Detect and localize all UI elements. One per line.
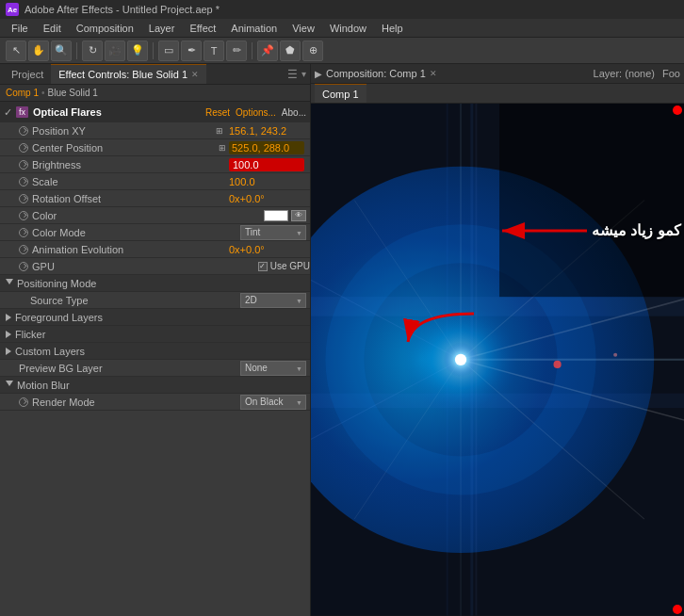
prop-label-color: Color [32,210,264,221]
tool-pen[interactable]: ✒ [181,41,202,61]
prop-animation-evolution: Animation Evolution 0x+0.0° [0,241,310,258]
prop-value-brightness[interactable]: 100.0 [229,158,304,171]
tool-select[interactable]: ↖ [6,41,26,61]
menu-effect[interactable]: Effect [182,19,223,37]
left-panel: Project Effect Controls: Blue Solid 1 ✕ … [0,64,311,616]
toolbar-separator-2 [153,42,154,59]
toolbar: ↖ ✋ 🔍 ↻ 🎥 💡 ▭ ✒ T ✏ 📌 ⬟ ⊕ [0,38,684,64]
breadcrumb: Comp 1 • Blue Solid 1 [0,85,310,102]
prop-label-preview-bg-layer: Preview BG Layer [19,363,240,374]
prop-color-mode: Color Mode Tint [0,224,310,241]
fx-checkbox[interactable]: ✓ [4,106,12,119]
prop-label-render-mode: Render Mode [32,397,240,408]
menu-file[interactable]: File [4,19,36,37]
menu-layer[interactable]: Layer [141,19,183,37]
stopwatch-color-mode[interactable] [19,228,28,237]
fx-options-button[interactable]: Options... [236,107,276,118]
dropdown-preview-bg-layer[interactable]: None [240,361,306,376]
prop-label-gpu: GPU [32,261,258,272]
gpu-checkbox[interactable]: ✓ [258,262,268,271]
menu-edit[interactable]: Edit [36,19,69,37]
fx-badge: fx [16,106,28,118]
prop-value-animation-evolution[interactable]: 0x+0.0° [229,244,304,255]
tool-roto[interactable]: ⊕ [302,41,323,61]
tool-rect[interactable]: ▭ [158,41,179,61]
tool-pin[interactable]: 📌 [257,41,278,61]
prop-value-scale[interactable]: 100.0 [229,176,304,187]
panel-menu-icon[interactable]: ☰ [287,68,298,81]
section-motion-blur[interactable]: Motion Blur [0,377,310,394]
menu-view[interactable]: View [285,19,322,37]
prop-scale: Scale 100.0 [0,173,310,190]
tool-brush[interactable]: ✏ [226,41,247,61]
comp-viewer-close[interactable]: ✕ [430,69,437,78]
section-triangle-foreground-layers[interactable] [6,314,11,321]
stopwatch-position-xy[interactable] [19,126,28,136]
stopwatch-render-mode[interactable] [19,397,28,407]
stopwatch-center-position[interactable] [19,143,28,153]
tool-zoom[interactable]: 🔍 [51,41,72,61]
effect-controls-panel: ✓ fx Optical Flares Reset Options... Abo… [0,102,310,616]
section-flicker[interactable]: Flicker [0,326,310,343]
section-triangle-custom-layers[interactable] [6,348,11,355]
section-triangle-positioning-mode[interactable] [6,279,13,288]
panel-expand-icon[interactable]: ▾ [301,69,306,79]
menu-composition[interactable]: Composition [69,19,141,37]
tool-rotate[interactable]: ↻ [82,41,103,61]
color-swatch[interactable] [264,210,288,221]
prop-render-mode: Render Mode On Black [0,394,310,411]
comp-viewer-label: Composition: Comp 1 [326,68,426,79]
stopwatch-gpu[interactable] [19,262,28,271]
viewer-tab-comp1[interactable]: Comp 1 [315,84,366,103]
svg-rect-23 [475,104,477,616]
stopwatch-brightness[interactable] [19,160,28,170]
annotation-container: با این شدت نور کمو زیاد میشه [497,217,679,245]
dropdown-source-type[interactable]: 2D [240,293,306,308]
breadcrumb-comp[interactable]: Comp 1 [6,88,39,98]
section-custom-layers[interactable]: Custom Layers [0,343,310,360]
section-label-positioning-mode: Positioning Mode [17,278,96,289]
menu-animation[interactable]: Animation [223,19,285,37]
prop-brightness: Brightness 100.0 [0,156,310,173]
prop-label-position-xy: Position XY [32,125,213,137]
stopwatch-scale[interactable] [19,177,28,186]
comp-viewer-icon: ▶ [315,69,322,79]
window-title: Adobe After Effects - Untitled Project.a… [24,4,220,15]
prop-gpu: GPU ✓ Use GPU [0,258,310,275]
svg-point-20 [613,353,617,357]
svg-point-18 [455,354,466,365]
section-positioning-mode[interactable]: Positioning Mode [0,275,310,292]
stopwatch-rotation-offset[interactable] [19,194,28,203]
svg-rect-21 [499,104,684,297]
color-eye-icon[interactable]: 👁 [291,210,306,221]
tab-effect-controls[interactable]: Effect Controls: Blue Solid 1 ✕ [51,64,206,84]
tool-light[interactable]: 💡 [127,41,148,61]
tool-text[interactable]: T [204,41,224,61]
fx-about-button[interactable]: Abo... [282,107,306,118]
menu-help[interactable]: Help [374,19,411,37]
tab-close-icon[interactable]: ✕ [191,70,199,79]
prop-color: Color 👁 [0,207,310,224]
prop-value-position-xy[interactable]: 156.1, 243.2 [229,125,304,137]
fx-reset-button[interactable]: Reset [205,107,230,118]
layer-label: Layer: (none) [594,68,655,79]
stopwatch-animation-evolution[interactable] [19,245,28,254]
section-foreground-layers[interactable]: Foreground Layers [0,309,310,326]
dropdown-render-mode[interactable]: On Black [240,395,306,410]
viewer-tabs: Comp 1 [311,84,684,104]
section-label-flicker: Flicker [15,329,45,340]
prop-center-position: Center Position ⊞ 525.0, 288.0 [0,139,310,156]
stopwatch-color[interactable] [19,211,28,220]
tool-camera[interactable]: 🎥 [105,41,125,61]
tool-shape[interactable]: ⬟ [280,41,301,61]
tool-hand[interactable]: ✋ [28,41,49,61]
title-bar: Ae Adobe After Effects - Untitled Projec… [0,0,684,19]
section-triangle-motion-blur[interactable] [6,381,13,390]
menu-window[interactable]: Window [322,19,374,37]
prop-value-center-position[interactable]: 525.0, 288.0 [229,141,304,154]
comp-canvas: با این شدت نور کمو زیاد میشه [311,104,684,616]
dropdown-color-mode[interactable]: Tint [240,225,306,240]
tab-project[interactable]: Project [4,64,51,84]
section-triangle-flicker[interactable] [6,331,11,338]
prop-value-rotation-offset[interactable]: 0x+0.0° [229,193,304,204]
